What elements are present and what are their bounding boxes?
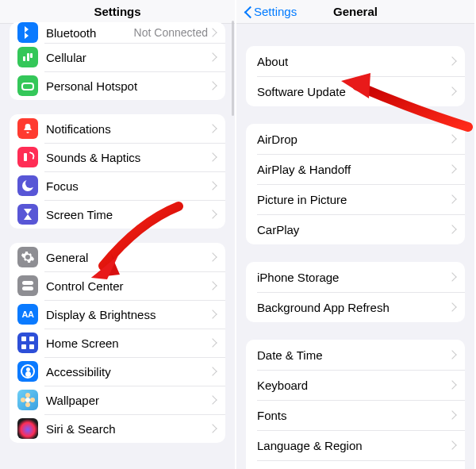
row-label: Background App Refresh (257, 301, 451, 314)
row-date-time[interactable]: Date & Time (246, 340, 465, 370)
chevron-right-icon (451, 380, 457, 390)
chevron-right-icon (451, 194, 457, 204)
row-label: About (257, 55, 451, 68)
chevron-right-icon (451, 440, 457, 450)
row-screen-time[interactable]: Screen Time (10, 200, 225, 229)
settings-group-attention: Notifications Sounds & Haptics Focus Scr… (10, 114, 225, 229)
row-about[interactable]: About (246, 46, 465, 76)
row-notifications[interactable]: Notifications (10, 114, 225, 143)
chevron-right-icon (451, 164, 457, 174)
chevron-right-icon (211, 338, 217, 348)
general-group-3: Date & Time Keyboard Fonts Language & Re… (246, 340, 465, 469)
general-group-0: About Software Update (246, 46, 465, 106)
row-control-center[interactable]: Control Center (10, 271, 225, 300)
row-label: General (46, 251, 211, 264)
row-label: Home Screen (46, 336, 211, 350)
back-label: Settings (254, 5, 297, 18)
hotspot-icon (17, 75, 38, 96)
screen-time-icon (17, 204, 38, 225)
chevron-right-icon (211, 210, 217, 219)
row-airplay-handoff[interactable]: AirPlay & Handoff (246, 154, 465, 184)
sounds-haptics-icon (17, 147, 38, 167)
focus-icon (17, 175, 38, 196)
chevron-right-icon (211, 81, 217, 90)
row-label: Control Center (46, 279, 211, 293)
home-screen-icon (17, 333, 38, 353)
row-label: Language & Region (257, 439, 451, 452)
nav-title-left: Settings (94, 5, 140, 18)
row-keyboard[interactable]: Keyboard (246, 370, 465, 400)
row-label: AirDrop (257, 133, 451, 146)
general-group-2: iPhone Storage Background App Refresh (246, 262, 465, 322)
row-label: Cellular (46, 51, 211, 64)
row-picture-in-picture[interactable]: Picture in Picture (246, 184, 465, 214)
chevron-right-icon (211, 124, 217, 133)
accessibility-icon (17, 361, 38, 382)
notifications-icon (17, 118, 38, 139)
siri-search-icon (17, 418, 38, 439)
navbar-right: Settings General (236, 0, 474, 24)
row-accessibility[interactable]: Accessibility (10, 357, 225, 386)
scrollbar[interactable] (232, 21, 234, 116)
chevron-right-icon (451, 350, 457, 359)
row-home-screen[interactable]: Home Screen (10, 329, 225, 357)
row-display-brightness[interactable]: AA Display & Brightness (10, 300, 225, 329)
chevron-left-icon (243, 6, 252, 18)
row-sounds-haptics[interactable]: Sounds & Haptics (10, 143, 225, 171)
chevron-right-icon (211, 309, 217, 319)
row-label: Date & Time (257, 348, 451, 362)
chevron-right-icon (211, 28, 217, 37)
chevron-right-icon (211, 252, 217, 262)
row-label: Fonts (257, 409, 451, 422)
chevron-right-icon (451, 225, 457, 234)
row-label: Software Update (257, 85, 451, 98)
row-label: Sounds & Haptics (46, 151, 211, 164)
chevron-right-icon (451, 272, 457, 282)
chevron-right-icon (211, 395, 217, 405)
chevron-right-icon (451, 302, 457, 312)
chevron-right-icon (211, 181, 217, 190)
settings-scroll[interactable]: Bluetooth Not Connected Cellular Persona… (0, 19, 235, 469)
row-label: Bluetooth (46, 26, 134, 40)
row-iphone-storage[interactable]: iPhone Storage (246, 262, 465, 292)
row-label: Personal Hotspot (46, 79, 211, 93)
row-personal-hotspot[interactable]: Personal Hotspot (10, 71, 225, 100)
settings-group-connectivity: Bluetooth Not Connected Cellular Persona… (10, 22, 225, 100)
control-center-icon (17, 275, 38, 296)
row-label: Keyboard (257, 379, 451, 392)
row-wallpaper[interactable]: Wallpaper (10, 386, 225, 414)
row-detail: Not Connected (134, 26, 208, 39)
row-label: Focus (46, 179, 211, 193)
row-label: iPhone Storage (257, 271, 451, 284)
row-label: Display & Brightness (46, 308, 211, 321)
wallpaper-icon (17, 390, 38, 410)
row-general[interactable]: General (10, 243, 225, 271)
general-scroll[interactable]: About Software Update AirDrop AirPlay & … (236, 24, 474, 469)
back-button[interactable]: Settings (243, 0, 297, 23)
row-bluetooth[interactable]: Bluetooth Not Connected (10, 22, 225, 43)
row-fonts[interactable]: Fonts (246, 400, 465, 430)
row-focus[interactable]: Focus (10, 171, 225, 200)
chevron-right-icon (211, 52, 217, 62)
row-dictionary[interactable]: Dictionary (246, 460, 465, 469)
general-pane: Settings General About Software Update A… (236, 0, 474, 469)
row-siri-search[interactable]: Siri & Search (10, 414, 225, 443)
row-background-app-refresh[interactable]: Background App Refresh (246, 292, 465, 322)
row-airdrop[interactable]: AirDrop (246, 124, 465, 154)
cellular-icon (17, 47, 38, 67)
row-cellular[interactable]: Cellular (10, 43, 225, 71)
chevron-right-icon (451, 134, 457, 144)
row-label: Screen Time (46, 208, 211, 221)
nav-title-right: General (333, 5, 378, 18)
row-software-update[interactable]: Software Update (246, 76, 465, 106)
chevron-right-icon (211, 367, 217, 376)
chevron-right-icon (211, 424, 217, 433)
row-label: Wallpaper (46, 394, 211, 407)
row-label: Notifications (46, 122, 211, 136)
row-carplay[interactable]: CarPlay (246, 214, 465, 244)
chevron-right-icon (211, 152, 217, 162)
row-label: Accessibility (46, 365, 211, 379)
row-label: Picture in Picture (257, 193, 451, 206)
row-language-region[interactable]: Language & Region (246, 430, 465, 460)
bluetooth-icon (17, 22, 38, 43)
